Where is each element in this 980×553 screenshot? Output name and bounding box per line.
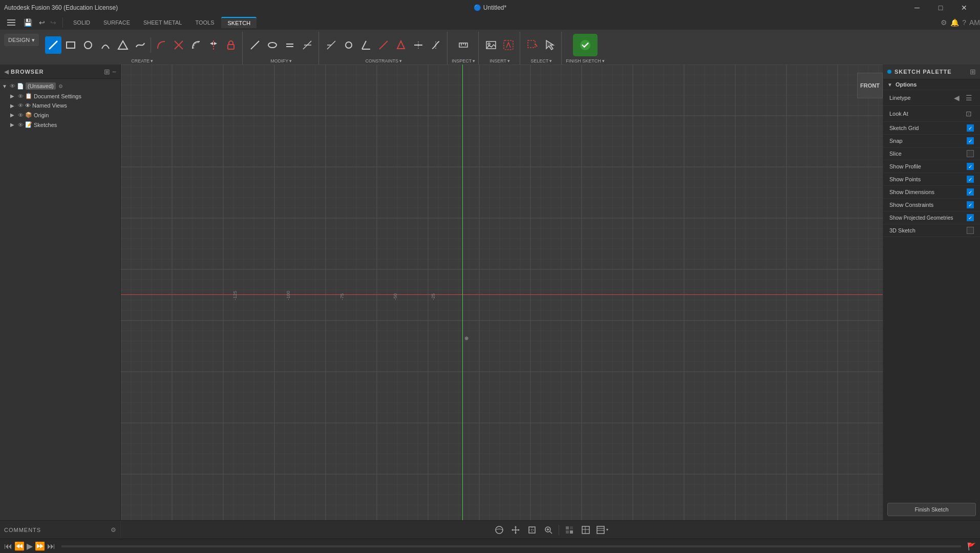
show-projected-checkbox[interactable] — [967, 214, 974, 221]
show-dimensions-checkbox[interactable] — [967, 188, 974, 196]
tangent-button[interactable] — [375, 36, 392, 54]
select-button[interactable] — [524, 36, 541, 54]
linetype-prev-button[interactable]: ◀ — [951, 93, 962, 103]
palette-row-snap: Snap — [883, 135, 980, 147]
tab-solid[interactable]: SOLID — [67, 17, 96, 28]
browser-options-button[interactable]: ⊞ — [104, 68, 110, 76]
maximize-button[interactable]: □ — [929, 0, 952, 15]
close-button[interactable]: ✕ — [952, 0, 976, 15]
tab-tools[interactable]: TOOLS — [189, 17, 220, 28]
main-area: ◀ BROWSER ⊞ − ▼ 👁 📄 (Unsaved) ⚙ ▶ 👁 � — [0, 65, 980, 520]
cursor-button[interactable] — [542, 36, 558, 54]
comments-settings-button[interactable]: ⚙ — [111, 526, 116, 534]
tree-item-doc-settings[interactable]: ▶ 👁 📋 Document Settings — [0, 91, 120, 101]
3d-sketch-checkbox[interactable] — [967, 227, 974, 234]
tree-item-named-views[interactable]: ▶ 👁 👁 Named Views — [0, 101, 120, 110]
select-group: SELECT ▾ — [521, 32, 562, 65]
app-menu-icon[interactable] — [4, 17, 18, 28]
tree-item-sketches[interactable]: ▶ 👁 📝 Sketches — [0, 120, 120, 130]
comments-area: COMMENTS ⚙ — [0, 521, 121, 539]
palette-row-show-constraints: Show Constraints — [883, 199, 980, 211]
circle-tool-button[interactable] — [80, 36, 96, 54]
modify-arrow-icon: ▾ — [289, 58, 292, 63]
collinear-button[interactable] — [393, 36, 409, 54]
fillet-tool-button[interactable] — [153, 36, 169, 54]
finish-sketch-button[interactable] — [573, 34, 598, 56]
save-icon[interactable]: 💾 — [22, 17, 34, 28]
palette-options-header[interactable]: ▼ Options — [883, 79, 980, 90]
palette-pin-button[interactable]: ⊞ — [970, 68, 976, 76]
collapse-sidebar-button[interactable]: ◀ — [4, 68, 9, 75]
triangle-tool-button[interactable] — [115, 36, 131, 54]
measure-button[interactable] — [455, 36, 472, 54]
tab-surface[interactable]: SURFACE — [97, 17, 136, 28]
browser-collapse-button[interactable]: − — [112, 68, 116, 76]
arc-tool-button[interactable] — [97, 36, 114, 54]
look-at-button[interactable]: ⊡ — [964, 109, 974, 119]
select-icons — [524, 32, 558, 58]
minimize-button[interactable]: ─ — [905, 0, 929, 15]
svg-marker-43 — [512, 529, 513, 531]
tab-sketch[interactable]: SKETCH — [221, 17, 257, 28]
inspect-group: INSPECT ▾ — [449, 32, 479, 65]
timeline-track[interactable] — [61, 545, 961, 547]
coincident-button[interactable] — [323, 36, 339, 54]
browser-tree: ▼ 👁 📄 (Unsaved) ⚙ ▶ 👁 📋 Document Setting… — [0, 79, 120, 132]
mirror-tool-button[interactable] — [205, 36, 222, 54]
spline-tool-button[interactable] — [132, 36, 148, 54]
show-constraints-checkbox[interactable] — [967, 201, 974, 208]
smooth-button[interactable] — [428, 36, 444, 54]
user-icon[interactable]: AM — [969, 18, 980, 27]
axis-label-125: -125 — [232, 291, 238, 300]
pan-button[interactable] — [508, 523, 523, 537]
grid-display-button[interactable] — [579, 523, 593, 537]
offset-tool-button[interactable] — [188, 36, 204, 54]
rectangle-tool-button[interactable] — [62, 36, 79, 54]
redo-button[interactable]: ↪ — [48, 17, 58, 28]
show-profile-checkbox[interactable] — [967, 163, 974, 170]
display-settings-button[interactable]: ▾ — [595, 523, 609, 537]
group-divider — [151, 37, 151, 53]
image-button[interactable] — [483, 36, 499, 54]
notification-icon[interactable]: 🔔 — [950, 18, 959, 27]
timeline-play-button[interactable]: ▶ — [27, 541, 33, 551]
dxf-button[interactable] — [500, 36, 517, 54]
tree-item-origin[interactable]: ▶ 👁 📦 Origin — [0, 110, 120, 120]
slice-checkbox[interactable] — [967, 150, 974, 157]
snap-checkbox[interactable] — [967, 137, 974, 144]
line-m-button[interactable] — [247, 36, 263, 54]
canvas-area[interactable]: -125 -100 -75 -50 -25 ⊕ FRONT — [121, 65, 883, 520]
timeline-next-button[interactable]: ⏩ — [35, 541, 45, 551]
line-tool-button[interactable] — [45, 36, 61, 54]
settings-icon[interactable]: ⚙ — [941, 18, 947, 27]
svg-rect-53 — [570, 526, 573, 529]
ellipse-button[interactable] — [264, 36, 281, 54]
diagonal-button[interactable] — [299, 36, 315, 54]
help-icon[interactable]: ? — [962, 18, 966, 27]
design-button[interactable]: DESIGN ▾ — [4, 34, 39, 46]
fit-view-button[interactable] — [525, 523, 539, 537]
render-mode-button[interactable] — [562, 523, 577, 537]
tree-item-root[interactable]: ▼ 👁 📄 (Unsaved) ⚙ — [0, 81, 120, 91]
tree-item-label-doc-settings: Document Settings — [34, 93, 81, 99]
lock-tool-button[interactable] — [223, 36, 239, 54]
orbit-button[interactable] — [492, 523, 506, 537]
svg-marker-37 — [546, 40, 553, 50]
parallel-button[interactable] — [340, 36, 357, 54]
trim-tool-button[interactable] — [171, 36, 187, 54]
zoom-button[interactable] — [541, 523, 556, 537]
timeline-start-button[interactable]: ⏮ — [4, 542, 12, 551]
y-axis-line — [462, 65, 463, 520]
timeline-prev-button[interactable]: ⏪ — [14, 541, 25, 551]
finish-sketch-palette-button[interactable]: Finish Sketch — [887, 503, 976, 516]
horizontal-button[interactable] — [410, 36, 427, 54]
show-points-checkbox[interactable] — [967, 176, 974, 183]
sketch-grid-checkbox[interactable] — [967, 124, 974, 132]
undo-button[interactable]: ↩ — [37, 17, 47, 28]
constraints-icons — [323, 32, 444, 58]
perpendicular-button[interactable] — [358, 36, 374, 54]
tab-sheet-metal[interactable]: SHEET METAL — [137, 17, 188, 28]
equal-button[interactable] — [282, 36, 298, 54]
timeline-end-button[interactable]: ⏭ — [47, 542, 55, 551]
linetype-next-button[interactable]: ☰ — [964, 93, 974, 103]
